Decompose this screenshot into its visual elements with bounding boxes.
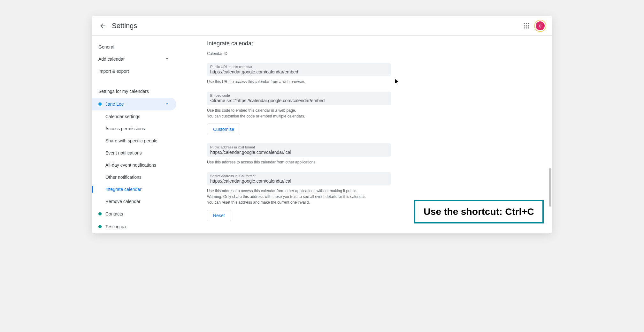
embed-help: Use this code to embed this calendar in …: [207, 108, 391, 119]
sidebar-subitem-integrate-calendar[interactable]: Integrate calendar: [92, 183, 176, 195]
svg-point-8: [528, 27, 529, 28]
sidebar-item-label: Testing qa: [105, 224, 126, 229]
help-line: You can reset this address and make the …: [207, 200, 310, 205]
svg-point-0: [524, 23, 525, 24]
chevron-up-icon: [164, 101, 170, 108]
svg-point-5: [528, 25, 529, 26]
calendar-color-dot: [98, 225, 102, 228]
sidebar-item-label: Share with specific people: [105, 138, 157, 143]
shortcut-tip-overlay: Use the shortcut: Ctrl+C: [414, 200, 544, 223]
sidebar-calendar-contacts[interactable]: Contacts: [92, 207, 176, 220]
reset-button[interactable]: Reset: [207, 210, 231, 221]
sidebar-subitem-remove-calendar[interactable]: Remove calendar: [92, 195, 176, 207]
settings-sidebar: General Add calendar Import & export Set…: [92, 36, 188, 233]
sidebar-item-label: Jane Lee: [105, 102, 124, 107]
sidebar-calendar-jane-lee[interactable]: Jane Lee: [92, 98, 176, 110]
ical-secret-help: Use this address to access this calendar…: [207, 188, 391, 205]
google-apps-button[interactable]: [520, 19, 533, 32]
svg-point-1: [526, 23, 527, 24]
customise-button[interactable]: Customise: [207, 124, 240, 135]
apps-grid-icon: [523, 23, 530, 29]
sidebar-item-label: General: [98, 44, 114, 49]
sidebar-subitem-event-notifications[interactable]: Event notifications: [92, 147, 176, 159]
sidebar-item-add-calendar[interactable]: Add calendar: [92, 53, 176, 65]
field-value: https://calendar.google.com/calendar/ica…: [210, 178, 387, 184]
public-url-field[interactable]: Public URL to this calendar https://cale…: [207, 63, 391, 76]
help-line: You can customise the code or embed mult…: [207, 114, 305, 118]
sidebar-item-label: Event notifications: [105, 150, 142, 155]
sidebar-item-label: All-day event notifications: [105, 162, 156, 168]
sidebar-item-label: Calendar settings: [105, 114, 140, 119]
field-value: https://calendar.google.com/calendar/ica…: [210, 150, 387, 155]
ical-public-field[interactable]: Public address in iCal format https://ca…: [207, 143, 391, 157]
sidebar-item-label: Import & export: [98, 69, 129, 74]
top-bar: Settings e: [92, 16, 552, 36]
field-label: Embed code: [210, 94, 387, 97]
sidebar-item-label: Contacts: [105, 211, 123, 216]
page-title: Settings: [112, 22, 520, 30]
calendar-id-label: Calendar ID: [207, 51, 552, 56]
sidebar-item-label: Access permissions: [105, 126, 145, 131]
sidebar-subitem-other-notifications[interactable]: Other notifications: [92, 171, 176, 183]
help-line: Warning: Only share this address with th…: [207, 194, 366, 199]
svg-point-4: [526, 25, 527, 26]
calendar-color-dot: [98, 212, 102, 215]
svg-point-3: [524, 25, 525, 26]
ical-public-help: Use this address to access this calendar…: [207, 159, 391, 165]
embed-code-field[interactable]: Embed code <iframe src="https://calendar…: [207, 92, 391, 105]
sidebar-item-general[interactable]: General: [92, 41, 176, 53]
sidebar-subitem-access-permissions[interactable]: Access permissions: [92, 123, 176, 135]
section-title: Integrate calendar: [207, 40, 552, 47]
sidebar-sublist: Calendar settings Access permissions Sha…: [92, 110, 188, 207]
sidebar-subitem-calendar-settings[interactable]: Calendar settings: [92, 110, 176, 123]
scrollbar-thumb[interactable]: [549, 168, 551, 207]
field-label: Public URL to this calendar: [210, 65, 387, 69]
sidebar-subitem-share-specific[interactable]: Share with specific people: [92, 135, 176, 147]
sidebar-item-label: Other notifications: [105, 175, 142, 180]
public-url-help: Use this URL to access this calendar fro…: [207, 79, 391, 85]
main-content: Integrate calendar Calendar ID Public UR…: [188, 36, 552, 233]
chevron-down-icon: [164, 56, 170, 63]
field-value: <iframe src="https://calendar.google.com…: [210, 98, 387, 103]
sidebar-calendar-testing-qa[interactable]: Testing qa: [92, 220, 176, 233]
sidebar-item-label: Remove calendar: [105, 199, 141, 204]
help-line: Use this address to access this calendar…: [207, 189, 357, 193]
svg-point-7: [526, 27, 527, 28]
svg-point-2: [528, 23, 529, 24]
calendar-color-dot: [98, 102, 102, 106]
sidebar-item-label: Integrate calendar: [105, 187, 142, 192]
field-value: https://calendar.google.com/calendar/emb…: [210, 69, 387, 74]
field-label: Secret address in iCal format: [210, 174, 387, 178]
ical-secret-field[interactable]: Secret address in iCal format https://ca…: [207, 172, 391, 185]
help-line: Use this code to embed this calendar in …: [207, 108, 296, 113]
body: General Add calendar Import & export Set…: [92, 36, 552, 233]
svg-point-6: [524, 27, 525, 28]
arrow-back-icon: [99, 22, 107, 30]
sidebar-item-import-export[interactable]: Import & export: [92, 65, 176, 77]
sidebar-section-header: Settings for my calendars: [92, 85, 188, 98]
field-label: Public address in iCal format: [210, 145, 387, 149]
sidebar-subitem-allday-notifications[interactable]: All-day event notifications: [92, 159, 176, 171]
mouse-cursor-icon: [395, 79, 399, 85]
settings-window: Settings e General Add calendar Import &…: [92, 16, 552, 233]
sidebar-item-label: Add calendar: [98, 57, 125, 62]
back-button[interactable]: [96, 19, 109, 32]
account-avatar[interactable]: e: [535, 20, 546, 31]
